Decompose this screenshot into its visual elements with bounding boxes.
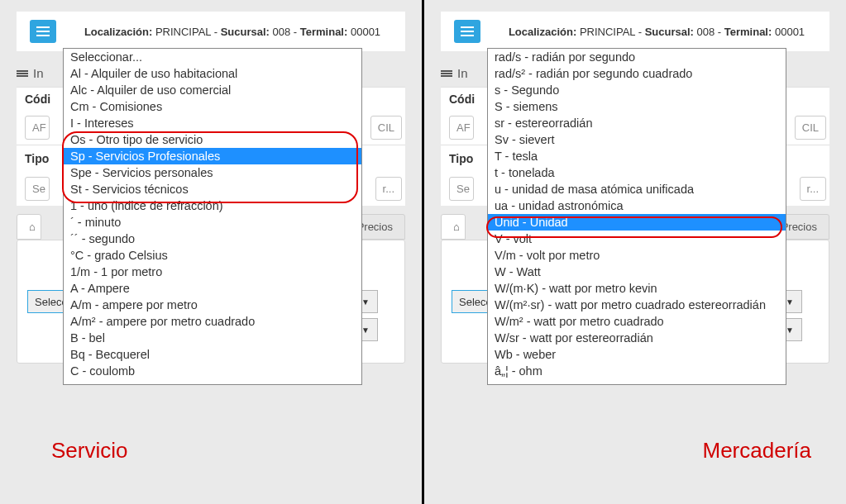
annotation-right: Mercadería (703, 438, 812, 464)
list-icon (17, 69, 28, 78)
tab-home[interactable]: ⌂ (441, 214, 466, 240)
dropdown-option[interactable]: V - volt (488, 231, 786, 247)
dropdown-option[interactable]: W/m² - watt por metro cuadrado (488, 313, 786, 330)
dropdown-panel-right: rad/s - radián por segundorad/s² - radiá… (487, 48, 786, 385)
header-text: Localización: PRINCIPAL - Sucursal: 008 … (497, 26, 816, 38)
left-pane: Localización: PRINCIPAL - Sucursal: 008 … (0, 0, 422, 504)
dropdown-option[interactable]: Wb - weber (488, 346, 786, 363)
dropdown-option[interactable]: A - Ampere (64, 280, 361, 297)
dropdown-option[interactable]: t - tonelada (488, 164, 786, 181)
tipo-label: Tipo (449, 152, 473, 165)
dropdown-option[interactable]: Sv - sievert (488, 131, 786, 148)
dropdown-option[interactable]: St - Servicios técnicos (64, 181, 361, 197)
codigo-label: Códi (449, 93, 475, 106)
dropdown-option[interactable]: ´´ - segundo (64, 231, 361, 247)
dropdown-option[interactable]: C - coulomb (64, 363, 361, 379)
cil-field[interactable]: CIL (795, 116, 826, 140)
dropdown-option[interactable]: rad/s - radián por segundo (488, 49, 786, 65)
dropdown-option[interactable]: s - Segundo (488, 82, 786, 98)
af-input[interactable]: AF (25, 116, 50, 140)
tipo-label: Tipo (25, 152, 49, 165)
dropdown-option[interactable]: I - Intereses (64, 115, 361, 131)
dropdown-option[interactable]: °C - grado Celsius (64, 247, 361, 264)
dropdown-option[interactable]: u - unidad de masa atómica unificada (488, 181, 786, 197)
menu-button[interactable] (30, 20, 56, 43)
r-select[interactable]: r... (375, 177, 402, 201)
se-select[interactable]: Se (449, 177, 474, 201)
dropdown-option[interactable]: ua - unidad astronómica (488, 197, 786, 214)
header-bar: Localización: PRINCIPAL - Sucursal: 008 … (441, 12, 829, 51)
dropdown-option[interactable]: sr - estereorradián (488, 115, 786, 131)
annotation-left: Servicio (51, 438, 127, 464)
af-input[interactable]: AF (449, 116, 474, 140)
dropdown-option[interactable]: Os - Otro tipo de servicio (64, 131, 361, 148)
list-icon (441, 69, 452, 78)
menu-button[interactable] (454, 20, 480, 43)
dropdown-option[interactable]: W/(m·K) - watt por metro kevin (488, 280, 786, 297)
se-select[interactable]: Se (25, 177, 50, 201)
dropdown-option[interactable]: Spe - Servicios personales (64, 164, 361, 181)
codigo-label: Códi (25, 93, 50, 106)
right-pane: Localización: PRINCIPAL - Sucursal: 008 … (424, 0, 846, 504)
dropdown-option[interactable]: W/(m²·sr) - watt por metro cuadrado este… (488, 297, 786, 313)
dropdown-option[interactable]: rad/s² - radián por segundo cuadrado (488, 65, 786, 82)
dropdown-option[interactable]: W - Watt (488, 264, 786, 280)
dropdown-option[interactable]: Unid - Unidad (488, 214, 786, 231)
dropdown-option[interactable]: 1/m - 1 por metro (64, 264, 361, 280)
header-bar: Localización: PRINCIPAL - Sucursal: 008 … (17, 12, 405, 51)
dropdown-option[interactable]: â„¦ - ohm (488, 363, 786, 379)
dropdown-option[interactable]: Cm - Comisiones (64, 98, 361, 115)
dropdown-option[interactable]: A/m - ampere por metro (64, 297, 361, 313)
dropdown-option[interactable]: Al - Alquiler de uso habitacional (64, 65, 361, 82)
dropdown-option[interactable]: Alc - Alquiler de uso comercial (64, 82, 361, 98)
r-select[interactable]: r... (800, 177, 826, 201)
header-text: Localización: PRINCIPAL - Sucursal: 008 … (73, 26, 392, 38)
tab-home[interactable]: ⌂ (17, 214, 41, 240)
dropdown-option[interactable]: V/m - volt por metro (488, 247, 786, 264)
cil-field[interactable]: CIL (370, 116, 402, 140)
dropdown-option[interactable]: ´ - minuto (64, 214, 361, 231)
dropdown-panel-left: Seleccionar...Al - Alquiler de uso habit… (63, 48, 362, 385)
dropdown-option[interactable]: Bq - Becquerel (64, 346, 361, 363)
dropdown-option[interactable]: B - bel (64, 330, 361, 346)
dropdown-list-left[interactable]: Seleccionar...Al - Alquiler de uso habit… (64, 49, 361, 384)
dropdown-option[interactable]: A/m² - ampere por metro cuadrado (64, 313, 361, 330)
dropdown-list-right[interactable]: rad/s - radián por segundorad/s² - radiá… (488, 49, 786, 384)
dropdown-option[interactable]: 1 - uno (indice de refracción) (64, 197, 361, 214)
dropdown-option[interactable]: T - tesla (488, 148, 786, 164)
dropdown-option[interactable]: Seleccionar... (64, 49, 361, 65)
dropdown-option[interactable]: Sp - Servicios Profesionales (64, 148, 361, 164)
dropdown-option[interactable]: W/sr - watt por estereorradián (488, 330, 786, 346)
dropdown-option[interactable]: S - siemens (488, 98, 786, 115)
